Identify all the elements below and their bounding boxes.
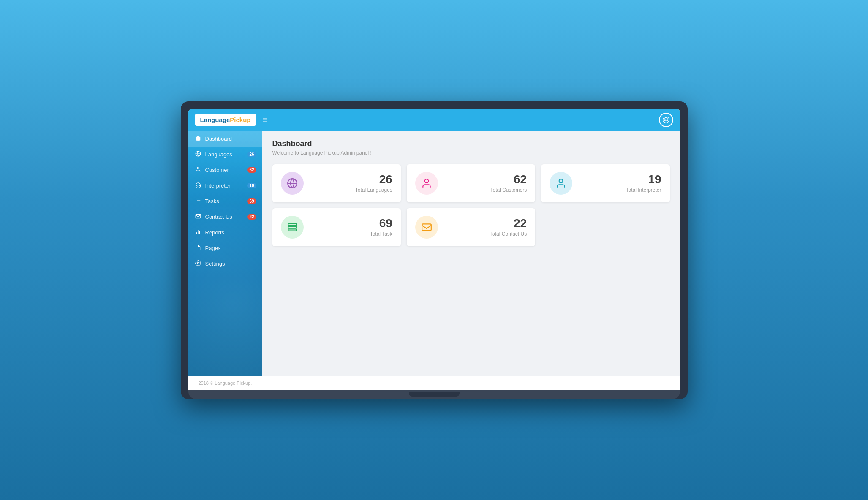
svg-point-19: [559, 179, 563, 183]
footer-text: 2018 © Language Pickup.: [199, 380, 252, 386]
svg-rect-22: [288, 229, 297, 231]
topbar: Language Pickup ≡: [188, 109, 680, 131]
stat-card-interpreter[interactable]: 19 Total Interpreter: [541, 164, 669, 202]
sidebar-item-reports-label: Reports: [205, 229, 225, 236]
sidebar-item-settings[interactable]: Settings: [188, 256, 262, 272]
sidebar-item-interpreter-label: Interpreter: [205, 182, 231, 189]
contactus-stat-number: 22: [490, 217, 527, 230]
sidebar-item-dashboard[interactable]: Dashboard: [188, 131, 262, 147]
sidebar-item-customer-label: Customer: [205, 167, 229, 173]
svg-rect-23: [422, 224, 431, 230]
contactus-stat-info: 22 Total Contact Us: [490, 217, 527, 237]
sidebar-item-tasks-label: Tasks: [205, 198, 219, 204]
customer-icon: [194, 166, 202, 174]
sidebar-item-pages-label: Pages: [205, 245, 221, 251]
sidebar-item-reports[interactable]: Reports: [188, 225, 262, 240]
tasks-stat-number: 69: [370, 217, 392, 230]
stat-card-tasks[interactable]: 69 Total Task: [272, 208, 401, 246]
pages-icon: [194, 245, 202, 252]
svg-rect-21: [288, 226, 297, 228]
svg-rect-20: [288, 223, 297, 225]
sidebar-item-tasks[interactable]: Tasks 69: [188, 193, 262, 209]
interpreter-badge: 19: [247, 183, 256, 188]
interpreter-stat-number: 19: [626, 173, 661, 186]
user-avatar-icon[interactable]: [659, 113, 673, 127]
svg-point-4: [197, 167, 199, 169]
customers-stat-icon: [415, 172, 438, 195]
sidebar-item-dashboard-label: Dashboard: [205, 136, 232, 142]
sidebar-item-languages[interactable]: Languages 26: [188, 147, 262, 162]
svg-point-18: [424, 179, 428, 183]
languages-stat-number: 26: [355, 173, 392, 186]
reports-icon: [194, 229, 202, 236]
logo-language-text: Language: [200, 116, 230, 123]
languages-stat-icon: [281, 172, 304, 195]
sidebar-item-interpreter[interactable]: Interpreter 19: [188, 178, 262, 193]
customers-stat-label: Total Customers: [490, 187, 527, 193]
tasks-stat-icon: [281, 216, 304, 239]
stat-card-customers[interactable]: 62 Total Customers: [407, 164, 535, 202]
customers-stat-number: 62: [490, 173, 527, 186]
tasks-badge: 69: [247, 198, 256, 204]
footer: 2018 © Language Pickup.: [188, 376, 680, 390]
svg-point-15: [197, 262, 199, 264]
languages-badge: 26: [247, 152, 256, 157]
svg-point-0: [665, 117, 667, 120]
content-area: Dashboard Welcome to Language Pickup Adm…: [262, 131, 680, 376]
page-title: Dashboard: [272, 139, 670, 148]
svg-rect-11: [196, 214, 201, 218]
sidebar-item-contactus[interactable]: Contact Us 22: [188, 209, 262, 225]
interpreter-stat-icon: [550, 172, 572, 195]
interpreter-stat-label: Total Interpreter: [626, 187, 661, 193]
hamburger-icon[interactable]: ≡: [263, 115, 268, 125]
languages-stat-info: 26 Total Languages: [355, 173, 392, 193]
stat-card-languages[interactable]: 26 Total Languages: [272, 164, 401, 202]
contactus-badge: 22: [247, 214, 256, 220]
page-subtitle: Welcome to Language Pickup Admin panel !: [272, 150, 670, 156]
sidebar-item-contactus-label: Contact Us: [205, 214, 232, 220]
tasks-stat-info: 69 Total Task: [370, 217, 392, 237]
interpreter-stat-info: 19 Total Interpreter: [626, 173, 661, 193]
sidebar: Dashboard Languages 26 Customer: [188, 131, 262, 376]
interpreter-icon: [194, 182, 202, 189]
sidebar-item-settings-label: Settings: [205, 261, 225, 267]
logo[interactable]: Language Pickup: [195, 114, 256, 126]
stats-grid: 26 Total Languages 62: [272, 164, 670, 246]
tasks-stat-label: Total Task: [370, 231, 392, 237]
contactus-stat-label: Total Contact Us: [490, 231, 527, 237]
sidebar-item-customer[interactable]: Customer 62: [188, 162, 262, 178]
sidebar-item-pages[interactable]: Pages: [188, 240, 262, 256]
languages-stat-label: Total Languages: [355, 187, 392, 193]
contactus-icon: [194, 213, 202, 220]
settings-icon: [194, 260, 202, 267]
contactus-stat-icon: [415, 216, 438, 239]
customer-badge: 62: [247, 167, 256, 173]
languages-icon: [194, 151, 202, 158]
sidebar-item-languages-label: Languages: [205, 151, 232, 158]
customers-stat-info: 62 Total Customers: [490, 173, 527, 193]
tasks-icon: [194, 198, 202, 205]
home-icon: [194, 135, 202, 142]
stat-card-contactus[interactable]: 22 Total Contact Us: [407, 208, 535, 246]
logo-pickup-text: Pickup: [230, 116, 250, 123]
